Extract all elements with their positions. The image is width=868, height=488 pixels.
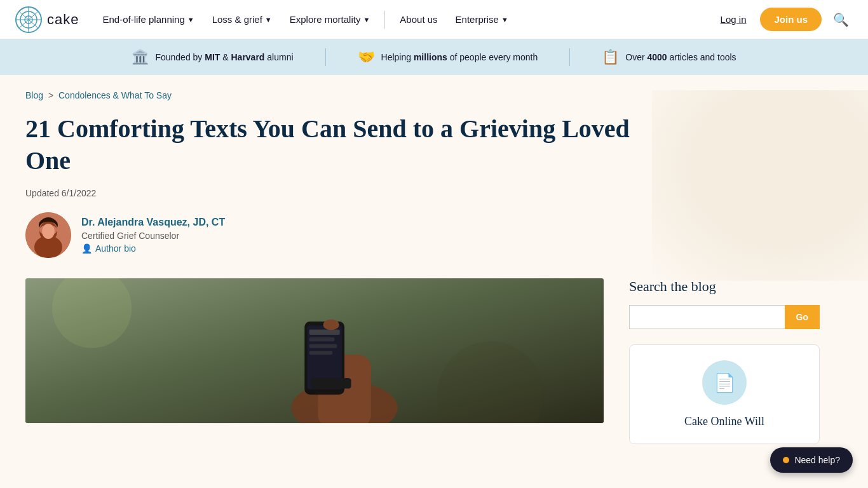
svg-rect-19 — [309, 330, 340, 335]
sidebar-column: Search the blog Go 📄 Cake Online Will — [629, 278, 820, 444]
search-row: Go — [629, 305, 820, 329]
login-button[interactable]: Log in — [714, 10, 753, 29]
author-info: Dr. Alejandra Vasquez, JD, CT Certified … — [81, 217, 225, 254]
nav-item-enterprise[interactable]: Enterprise ▼ — [447, 9, 517, 30]
author-name[interactable]: Dr. Alejandra Vasquez, JD, CT — [81, 217, 225, 228]
main-column — [25, 278, 604, 423]
search-button[interactable]: 🔍 — [829, 8, 853, 31]
svg-point-23 — [323, 320, 339, 330]
nav-label-end-of-life: End-of-life planning — [102, 14, 184, 25]
info-banner: 🏛️ Founded by MIT & Harvard alumni 🤝 Hel… — [0, 39, 868, 75]
svg-point-11 — [42, 224, 55, 239]
info-item-helping: 🤝 Helping millions of people every month — [358, 49, 538, 65]
nav-label-loss-grief: Loss & grief — [212, 14, 262, 25]
nav-divider — [384, 11, 385, 29]
hero-image-scene — [25, 278, 604, 423]
two-col-layout: Search the blog Go 📄 Cake Online Will — [25, 278, 843, 444]
author-area: Dr. Alejandra Vasquez, JD, CT Certified … — [25, 212, 635, 258]
chat-dot — [783, 457, 789, 463]
chevron-down-icon-3: ▼ — [363, 16, 370, 24]
sidebar-card-icon: 📄 — [702, 360, 747, 405]
logo-text: cake — [47, 11, 79, 28]
nav-item-loss-grief[interactable]: Loss & grief ▼ — [204, 9, 280, 30]
nav-item-about-us[interactable]: About us — [391, 9, 445, 30]
logo-icon — [15, 6, 42, 33]
logo-link[interactable]: cake — [15, 6, 79, 33]
search-go-button[interactable]: Go — [785, 305, 820, 329]
articles-text: Over 4000 articles and tools — [625, 52, 736, 62]
nav-label-enterprise: Enterprise — [456, 14, 499, 25]
search-icon: 🔍 — [833, 13, 849, 27]
author-avatar-image — [25, 212, 71, 258]
articles-icon: 📋 — [602, 49, 619, 65]
nav-label-explore-mortality: Explore mortality — [290, 14, 361, 25]
svg-point-10 — [34, 236, 62, 258]
author-role: Certified Grief Counselor — [81, 231, 225, 241]
search-input[interactable] — [629, 305, 785, 329]
article-title: 21 Comforting Texts You Can Send to a Gr… — [25, 113, 635, 177]
navbar: cake End-of-life planning ▼ Loss & grief… — [0, 0, 868, 39]
info-separator-1 — [325, 48, 326, 66]
breadcrumb-blog[interactable]: Blog — [25, 90, 43, 100]
breadcrumb: Blog > Condolences & What To Say — [25, 90, 843, 100]
nav-item-explore-mortality[interactable]: Explore mortality ▼ — [281, 9, 379, 30]
sidebar-card: 📄 Cake Online Will — [629, 344, 820, 444]
page-content: Blog > Condolences & What To Say 21 Comf… — [0, 90, 868, 444]
info-item-founded: 🏛️ Founded by MIT & Harvard alumni — [132, 49, 293, 65]
person-icon: 👤 — [81, 243, 92, 254]
helping-text: Helping millions of people every month — [381, 52, 538, 62]
author-bio-text: Author bio — [95, 243, 136, 254]
breadcrumb-separator: > — [48, 90, 53, 100]
svg-rect-22 — [309, 351, 333, 355]
svg-rect-24 — [311, 378, 351, 389]
author-avatar — [25, 212, 71, 258]
search-blog-label: Search the blog — [629, 278, 820, 295]
info-separator-2 — [569, 48, 570, 66]
chat-label: Need help? — [794, 455, 840, 465]
chevron-down-icon: ▼ — [187, 16, 194, 24]
document-icon: 📄 — [714, 372, 736, 393]
nav-items: End-of-life planning ▼ Loss & grief ▼ Ex… — [94, 9, 709, 30]
article-header: 21 Comforting Texts You Can Send to a Gr… — [25, 113, 635, 258]
svg-rect-20 — [309, 337, 335, 341]
article-hero-image — [25, 278, 604, 423]
chat-bubble[interactable]: Need help? — [770, 447, 853, 473]
author-bio-link[interactable]: 👤 Author bio — [81, 243, 225, 254]
university-icon: 🏛️ — [132, 49, 149, 65]
nav-label-about-us: About us — [400, 14, 437, 25]
join-button[interactable]: Join us — [760, 8, 822, 31]
hearts-icon: 🤝 — [358, 49, 375, 65]
chevron-down-icon-2: ▼ — [265, 16, 272, 24]
svg-rect-21 — [309, 344, 337, 348]
sidebar-card-title: Cake Online Will — [684, 415, 764, 428]
nav-right: Log in Join us 🔍 — [714, 8, 853, 31]
founded-text: Founded by MIT & Harvard alumni — [155, 52, 293, 62]
decorative-blob — [652, 90, 868, 281]
chevron-down-icon-4: ▼ — [501, 16, 508, 24]
nav-item-end-of-life[interactable]: End-of-life planning ▼ — [94, 9, 202, 30]
info-item-articles: 📋 Over 4000 articles and tools — [602, 49, 736, 65]
breadcrumb-current[interactable]: Condolences & What To Say — [58, 90, 172, 100]
article-updated: Updated 6/1/2022 — [25, 188, 635, 198]
